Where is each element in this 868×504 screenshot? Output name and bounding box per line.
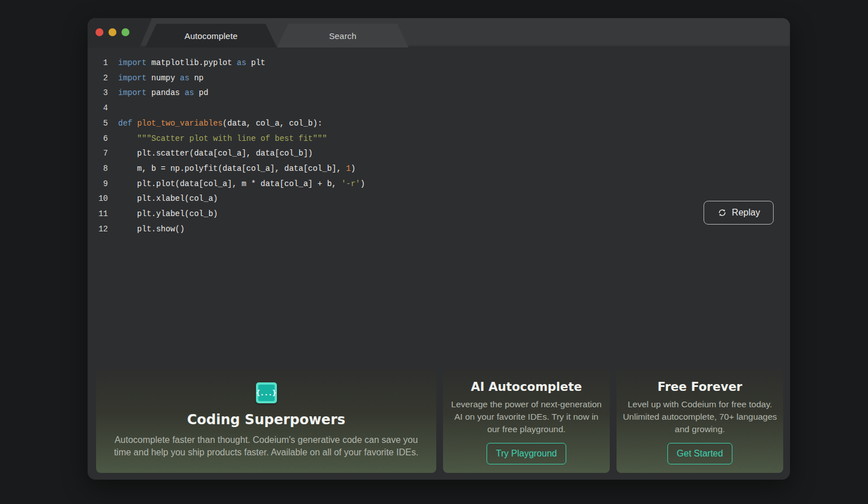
code-line: 11 plt.ylabel(col_b)	[88, 206, 790, 222]
replay-button[interactable]: Replay	[704, 201, 774, 225]
line-number: 10	[88, 191, 108, 206]
line-number: 7	[88, 146, 108, 161]
code-line: 2import numpy as np	[88, 71, 790, 86]
code-text: import matplotlib.pyplot as plt	[118, 55, 265, 71]
tab-label: Autocomplete	[184, 31, 237, 41]
line-number: 2	[88, 71, 108, 86]
code-text: plt.show()	[118, 222, 185, 237]
code-line: 9 plt.plot(data[col_a], m * data[col_a] …	[88, 176, 790, 192]
feature-cards: {...} Coding Superpowers Autocomplete fa…	[96, 369, 783, 473]
card-free-forever: Free Forever Level up with Codeium for f…	[617, 369, 783, 473]
card-title-coding-superpowers: Coding Superpowers	[187, 412, 345, 428]
code-text: plt.plot(data[col_a], m * data[col_a] + …	[118, 176, 365, 192]
code-text: """Scatter plot with line of best fit"""	[118, 131, 327, 147]
app-window: AutocompleteSearch 1import matplotlib.py…	[88, 18, 790, 480]
tab-strip: AutocompleteSearch	[88, 24, 790, 48]
page-background: AutocompleteSearch 1import matplotlib.py…	[0, 0, 868, 504]
card-body-ai-autocomplete: Leverage the power of next-generation AI…	[449, 398, 605, 436]
line-number: 11	[88, 206, 108, 222]
card-ai-autocomplete: AI Autocomplete Leverage the power of ne…	[443, 369, 610, 473]
tab-label: Search	[329, 31, 357, 41]
window-titlebar: AutocompleteSearch	[88, 18, 790, 48]
code-line: 6 """Scatter plot with line of best fit"…	[88, 131, 790, 147]
sync-icon	[717, 208, 727, 218]
tab-autocomplete[interactable]: Autocomplete	[145, 24, 277, 48]
code-editor: 1import matplotlib.pyplot as plt2import …	[88, 48, 790, 369]
card-title-free-forever: Free Forever	[658, 380, 743, 394]
code-text: m, b = np.polyfit(data[col_a], data[col_…	[118, 161, 355, 176]
code-line: 12 plt.show()	[88, 222, 790, 237]
codeium-logo-icon: {...}	[256, 382, 277, 403]
code-line: 1import matplotlib.pyplot as plt	[88, 55, 790, 71]
line-number: 8	[88, 161, 108, 176]
code-text: plt.xlabel(col_a)	[118, 191, 218, 206]
code-text: import pandas as pd	[118, 85, 209, 101]
line-number: 6	[88, 131, 108, 147]
code-lines: 1import matplotlib.pyplot as plt2import …	[88, 48, 790, 236]
code-line: 8 m, b = np.polyfit(data[col_a], data[co…	[88, 161, 790, 176]
logo-glyph: {...}	[258, 385, 275, 401]
code-line: 7 plt.scatter(data[col_a], data[col_b])	[88, 146, 790, 161]
code-line: 10 plt.xlabel(col_a)	[88, 191, 790, 206]
get-started-button[interactable]: Get Started	[667, 443, 733, 464]
tab-search[interactable]: Search	[277, 24, 409, 48]
code-text: plt.scatter(data[col_a], data[col_b])	[118, 146, 313, 161]
card-coding-superpowers: {...} Coding Superpowers Autocomplete fa…	[96, 369, 436, 473]
try-playground-button[interactable]: Try Playground	[487, 443, 567, 464]
line-number: 12	[88, 222, 108, 237]
code-line: 3import pandas as pd	[88, 85, 790, 101]
line-number: 1	[88, 55, 108, 71]
line-number: 3	[88, 85, 108, 101]
card-title-ai-autocomplete: AI Autocomplete	[471, 380, 582, 394]
code-line: 5def plot_two_variables(data, col_a, col…	[88, 116, 790, 131]
code-text: plt.ylabel(col_b)	[118, 206, 218, 222]
card-body-coding-superpowers: Autocomplete faster than thought. Codeiu…	[109, 434, 423, 458]
card-body-free-forever: Level up with Codeium for free today. Un…	[622, 398, 778, 436]
replay-label: Replay	[732, 208, 760, 218]
line-number: 4	[88, 101, 108, 116]
line-number: 5	[88, 116, 108, 131]
code-text: def plot_two_variables(data, col_a, col_…	[118, 116, 322, 131]
line-number: 9	[88, 176, 108, 192]
code-line: 4	[88, 101, 790, 116]
code-text: import numpy as np	[118, 71, 203, 86]
